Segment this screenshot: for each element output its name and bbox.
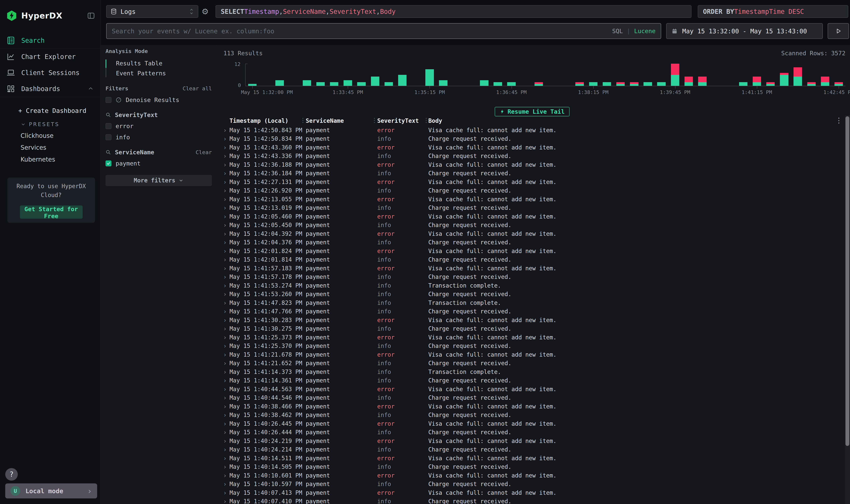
histogram-bar[interactable] <box>398 75 406 86</box>
histogram-bar[interactable] <box>439 80 447 86</box>
histogram-bar[interactable] <box>344 80 352 86</box>
table-row[interactable]: ›May 15 1:42:05.450 PMpaymentinfoCharge … <box>217 221 850 230</box>
row-expand-icon[interactable]: › <box>223 463 227 470</box>
row-expand-icon[interactable]: › <box>223 481 227 488</box>
histogram-bar[interactable] <box>589 82 597 86</box>
table-row[interactable]: ›May 15 1:40:14.505 PMpaymentinfoCharge … <box>217 463 850 471</box>
table-row[interactable]: ›May 15 1:40:24.214 PMpaymentinfoCharge … <box>217 445 850 454</box>
clear-all-button[interactable]: Clear all <box>183 85 212 92</box>
filter-option-payment[interactable]: payment <box>106 160 212 167</box>
row-expand-icon[interactable]: › <box>223 316 227 324</box>
row-expand-icon[interactable]: › <box>223 429 227 436</box>
table-row[interactable]: ›May 15 1:40:10.597 PMpaymentinfoCharge … <box>217 480 850 488</box>
table-row[interactable]: ›May 15 1:42:01.814 PMpaymentinfoCharge … <box>217 255 850 264</box>
table-row[interactable]: ›May 15 1:40:07.410 PMpaymentinfoCharge … <box>217 497 850 504</box>
table-row[interactable]: ›May 15 1:41:21.678 PMpaymenterrorVisa c… <box>217 350 850 359</box>
scrollbar-thumb[interactable] <box>846 116 849 446</box>
table-row[interactable]: ›May 15 1:41:57.183 PMpaymenterrorVisa c… <box>217 264 850 273</box>
row-expand-icon[interactable]: › <box>223 368 227 375</box>
histogram-bar[interactable] <box>575 82 584 86</box>
search-input[interactable]: Search your events w/ Lucene ex. column:… <box>106 23 661 39</box>
histogram-bar[interactable] <box>493 82 502 86</box>
histogram-bar[interactable] <box>507 82 516 86</box>
table-row[interactable]: ›May 15 1:41:30.275 PMpaymentinfoCharge … <box>217 324 850 333</box>
table-row[interactable]: ›May 15 1:42:43.336 PMpaymentinfoCharge … <box>217 152 850 160</box>
row-expand-icon[interactable]: › <box>223 360 227 367</box>
histogram-bar[interactable] <box>753 76 761 86</box>
histogram-bar[interactable] <box>275 80 284 86</box>
row-expand-icon[interactable]: › <box>223 308 227 315</box>
sidebar-item-chart-explorer[interactable]: Chart Explorer <box>0 49 100 65</box>
row-expand-icon[interactable]: › <box>223 437 227 444</box>
row-expand-icon[interactable]: › <box>223 334 227 341</box>
row-expand-icon[interactable]: › <box>223 454 227 462</box>
histogram-bar[interactable] <box>794 67 802 86</box>
col-header-timestamp[interactable]: Timestamp (Local) <box>230 118 288 124</box>
histogram-bar[interactable] <box>357 82 365 86</box>
tab-results-table[interactable]: Results Table <box>106 58 212 68</box>
row-expand-icon[interactable]: › <box>223 265 227 272</box>
histogram-bar[interactable] <box>685 76 693 86</box>
checkbox-unchecked[interactable] <box>106 134 111 140</box>
row-expand-icon[interactable]: › <box>223 273 227 281</box>
histogram-bar[interactable] <box>330 82 338 86</box>
row-expand-icon[interactable]: › <box>223 152 227 160</box>
row-expand-icon[interactable]: › <box>223 299 227 306</box>
table-row[interactable]: ›May 15 1:42:36.184 PMpaymentinfoCharge … <box>217 169 850 178</box>
histogram-bar[interactable] <box>303 80 311 86</box>
checkbox-checked[interactable] <box>106 160 111 166</box>
col-header-severitytext[interactable]: SeverityText <box>377 118 419 124</box>
table-row[interactable]: ›May 15 1:42:13.055 PMpaymenterrorVisa c… <box>217 195 850 203</box>
checkbox-unchecked[interactable] <box>106 123 111 129</box>
row-expand-icon[interactable]: › <box>223 290 227 298</box>
histogram-bar[interactable] <box>317 82 325 86</box>
sidebar-item-dashboards[interactable]: Dashboards <box>0 81 100 97</box>
col-header-servicename[interactable]: ServiceName <box>306 118 344 124</box>
row-expand-icon[interactable]: › <box>223 187 227 194</box>
row-expand-icon[interactable]: › <box>223 489 227 496</box>
resume-live-tail-button[interactable]: Resume Live Tail <box>494 107 569 116</box>
row-expand-icon[interactable]: › <box>223 196 227 203</box>
run-query-button[interactable] <box>828 23 849 39</box>
row-expand-icon[interactable]: › <box>223 230 227 237</box>
histogram-bar[interactable] <box>630 82 638 86</box>
source-selector[interactable]: Logs <box>106 5 198 18</box>
table-row[interactable]: ›May 15 1:40:26.444 PMpaymentinfoCharge … <box>217 428 850 437</box>
table-row[interactable]: ›May 15 1:40:14.511 PMpaymenterrorVisa c… <box>217 454 850 463</box>
table-options-kebab-icon[interactable]: ⋮ <box>835 116 842 124</box>
order-by-input[interactable]: ORDER BY TimestampTime DESC <box>698 5 848 18</box>
column-resize-handle[interactable]: ⋮ <box>372 117 377 124</box>
row-expand-icon[interactable]: › <box>223 351 227 358</box>
row-expand-icon[interactable]: › <box>223 256 227 263</box>
histogram-bar[interactable] <box>780 73 788 86</box>
table-row[interactable]: ›May 15 1:42:01.824 PMpaymenterrorVisa c… <box>217 247 850 255</box>
row-expand-icon[interactable]: › <box>223 420 227 427</box>
checkbox-unchecked[interactable] <box>106 97 111 103</box>
row-expand-icon[interactable]: › <box>223 204 227 211</box>
table-row[interactable]: ›May 15 1:41:53.260 PMpaymentinfoCharge … <box>217 290 850 299</box>
sidebar-item-search[interactable]: Search <box>0 33 100 49</box>
table-row[interactable]: ›May 15 1:42:50.834 PMpaymentinfoCharge … <box>217 134 850 143</box>
more-filters-button[interactable]: More filters <box>106 175 212 186</box>
row-expand-icon[interactable]: › <box>223 498 227 504</box>
lang-lucene-button[interactable]: Lucene <box>634 28 655 35</box>
histogram-bar[interactable] <box>384 82 393 86</box>
table-row[interactable]: ›May 15 1:42:04.392 PMpaymenterrorVisa c… <box>217 229 850 238</box>
table-row[interactable]: ›May 15 1:41:53.274 PMpaymentinfoTransac… <box>217 281 850 290</box>
table-row[interactable]: ›May 15 1:40:44.546 PMpaymentinfoCharge … <box>217 393 850 402</box>
preset-clickhouse[interactable]: Clickhouse <box>0 127 100 139</box>
table-row[interactable]: ›May 15 1:42:26.920 PMpaymentinfoCharge … <box>217 186 850 195</box>
table-row[interactable]: ›May 15 1:42:05.460 PMpaymenterrorVisa c… <box>217 212 850 221</box>
table-row[interactable]: ›May 15 1:40:38.462 PMpaymentinfoCharge … <box>217 411 850 419</box>
row-expand-icon[interactable]: › <box>223 126 227 133</box>
row-expand-icon[interactable]: › <box>223 135 227 142</box>
row-expand-icon[interactable]: › <box>223 282 227 289</box>
histogram-bar[interactable] <box>371 76 379 86</box>
histogram-bar[interactable] <box>644 82 652 86</box>
table-row[interactable]: ›May 15 1:42:43.360 PMpaymenterrorVisa c… <box>217 143 850 152</box>
histogram-bar[interactable] <box>657 82 666 86</box>
gear-icon[interactable]: ⚙ <box>200 5 210 18</box>
row-expand-icon[interactable]: › <box>223 170 227 177</box>
clear-group-button[interactable]: Clear <box>196 149 212 156</box>
histogram-bar[interactable] <box>739 82 747 86</box>
